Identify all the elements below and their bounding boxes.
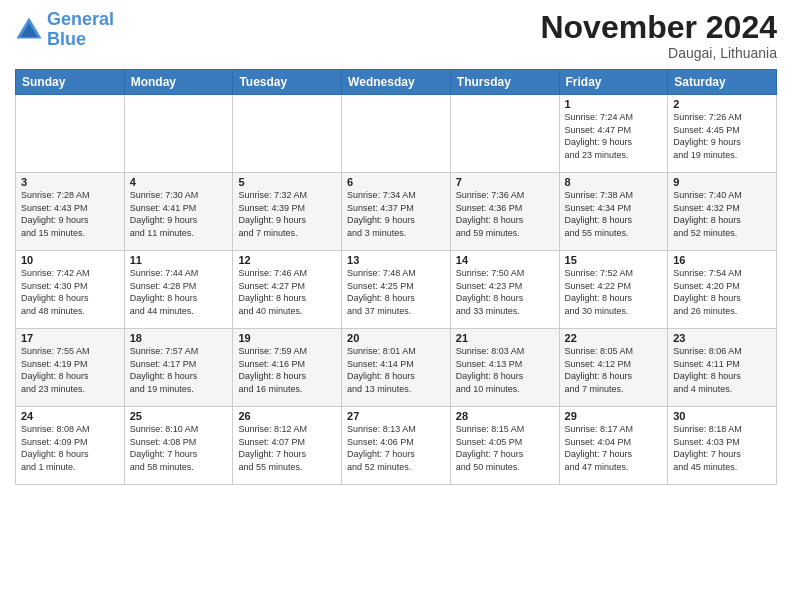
day-number: 14 (456, 254, 554, 266)
day-info: Sunrise: 8:18 AM Sunset: 4:03 PM Dayligh… (673, 423, 771, 473)
day-info: Sunrise: 7:48 AM Sunset: 4:25 PM Dayligh… (347, 267, 445, 317)
day-number: 28 (456, 410, 554, 422)
calendar-cell-28: 28Sunrise: 8:15 AM Sunset: 4:05 PM Dayli… (450, 407, 559, 485)
calendar-cell-17: 17Sunrise: 7:55 AM Sunset: 4:19 PM Dayli… (16, 329, 125, 407)
logo-text: General Blue (47, 10, 114, 50)
day-number: 17 (21, 332, 119, 344)
day-number: 1 (565, 98, 663, 110)
calendar-cell-23: 23Sunrise: 8:06 AM Sunset: 4:11 PM Dayli… (668, 329, 777, 407)
day-number: 18 (130, 332, 228, 344)
calendar-cell-30: 30Sunrise: 8:18 AM Sunset: 4:03 PM Dayli… (668, 407, 777, 485)
day-number: 7 (456, 176, 554, 188)
day-info: Sunrise: 7:40 AM Sunset: 4:32 PM Dayligh… (673, 189, 771, 239)
calendar-cell-4: 4Sunrise: 7:30 AM Sunset: 4:41 PM Daylig… (124, 173, 233, 251)
calendar-header-row: SundayMondayTuesdayWednesdayThursdayFrid… (16, 70, 777, 95)
day-info: Sunrise: 8:08 AM Sunset: 4:09 PM Dayligh… (21, 423, 119, 473)
day-number: 21 (456, 332, 554, 344)
calendar-week-2: 10Sunrise: 7:42 AM Sunset: 4:30 PM Dayli… (16, 251, 777, 329)
calendar-cell-11: 11Sunrise: 7:44 AM Sunset: 4:28 PM Dayli… (124, 251, 233, 329)
day-info: Sunrise: 7:30 AM Sunset: 4:41 PM Dayligh… (130, 189, 228, 239)
calendar-cell-21: 21Sunrise: 8:03 AM Sunset: 4:13 PM Dayli… (450, 329, 559, 407)
day-number: 30 (673, 410, 771, 422)
day-info: Sunrise: 7:28 AM Sunset: 4:43 PM Dayligh… (21, 189, 119, 239)
calendar-cell-25: 25Sunrise: 8:10 AM Sunset: 4:08 PM Dayli… (124, 407, 233, 485)
calendar-cell-22: 22Sunrise: 8:05 AM Sunset: 4:12 PM Dayli… (559, 329, 668, 407)
day-number: 9 (673, 176, 771, 188)
day-info: Sunrise: 8:03 AM Sunset: 4:13 PM Dayligh… (456, 345, 554, 395)
day-number: 10 (21, 254, 119, 266)
calendar-cell-29: 29Sunrise: 8:17 AM Sunset: 4:04 PM Dayli… (559, 407, 668, 485)
day-info: Sunrise: 7:59 AM Sunset: 4:16 PM Dayligh… (238, 345, 336, 395)
logo-general: General (47, 9, 114, 29)
day-info: Sunrise: 7:44 AM Sunset: 4:28 PM Dayligh… (130, 267, 228, 317)
day-info: Sunrise: 7:55 AM Sunset: 4:19 PM Dayligh… (21, 345, 119, 395)
logo: General Blue (15, 10, 114, 50)
day-number: 20 (347, 332, 445, 344)
calendar-cell-empty (450, 95, 559, 173)
day-number: 16 (673, 254, 771, 266)
calendar-cell-empty (124, 95, 233, 173)
day-info: Sunrise: 7:24 AM Sunset: 4:47 PM Dayligh… (565, 111, 663, 161)
day-info: Sunrise: 7:38 AM Sunset: 4:34 PM Dayligh… (565, 189, 663, 239)
title-block: November 2024 Daugai, Lithuania (540, 10, 777, 61)
weekday-header-friday: Friday (559, 70, 668, 95)
day-number: 5 (238, 176, 336, 188)
calendar-week-3: 17Sunrise: 7:55 AM Sunset: 4:19 PM Dayli… (16, 329, 777, 407)
day-number: 11 (130, 254, 228, 266)
day-info: Sunrise: 7:34 AM Sunset: 4:37 PM Dayligh… (347, 189, 445, 239)
calendar-cell-15: 15Sunrise: 7:52 AM Sunset: 4:22 PM Dayli… (559, 251, 668, 329)
calendar-cell-24: 24Sunrise: 8:08 AM Sunset: 4:09 PM Dayli… (16, 407, 125, 485)
page: General Blue November 2024 Daugai, Lithu… (0, 0, 792, 612)
day-info: Sunrise: 7:52 AM Sunset: 4:22 PM Dayligh… (565, 267, 663, 317)
day-number: 2 (673, 98, 771, 110)
day-number: 23 (673, 332, 771, 344)
day-info: Sunrise: 7:57 AM Sunset: 4:17 PM Dayligh… (130, 345, 228, 395)
calendar-cell-1: 1Sunrise: 7:24 AM Sunset: 4:47 PM Daylig… (559, 95, 668, 173)
calendar-cell-empty (233, 95, 342, 173)
calendar: SundayMondayTuesdayWednesdayThursdayFrid… (15, 69, 777, 485)
calendar-cell-empty (342, 95, 451, 173)
calendar-cell-10: 10Sunrise: 7:42 AM Sunset: 4:30 PM Dayli… (16, 251, 125, 329)
calendar-cell-6: 6Sunrise: 7:34 AM Sunset: 4:37 PM Daylig… (342, 173, 451, 251)
weekday-header-wednesday: Wednesday (342, 70, 451, 95)
location: Daugai, Lithuania (540, 45, 777, 61)
day-info: Sunrise: 8:13 AM Sunset: 4:06 PM Dayligh… (347, 423, 445, 473)
calendar-cell-20: 20Sunrise: 8:01 AM Sunset: 4:14 PM Dayli… (342, 329, 451, 407)
weekday-header-tuesday: Tuesday (233, 70, 342, 95)
day-number: 6 (347, 176, 445, 188)
day-info: Sunrise: 7:26 AM Sunset: 4:45 PM Dayligh… (673, 111, 771, 161)
day-info: Sunrise: 7:42 AM Sunset: 4:30 PM Dayligh… (21, 267, 119, 317)
calendar-cell-12: 12Sunrise: 7:46 AM Sunset: 4:27 PM Dayli… (233, 251, 342, 329)
day-number: 3 (21, 176, 119, 188)
day-info: Sunrise: 8:12 AM Sunset: 4:07 PM Dayligh… (238, 423, 336, 473)
calendar-cell-2: 2Sunrise: 7:26 AM Sunset: 4:45 PM Daylig… (668, 95, 777, 173)
calendar-cell-8: 8Sunrise: 7:38 AM Sunset: 4:34 PM Daylig… (559, 173, 668, 251)
calendar-cell-empty (16, 95, 125, 173)
day-number: 24 (21, 410, 119, 422)
day-info: Sunrise: 7:32 AM Sunset: 4:39 PM Dayligh… (238, 189, 336, 239)
calendar-week-1: 3Sunrise: 7:28 AM Sunset: 4:43 PM Daylig… (16, 173, 777, 251)
day-info: Sunrise: 8:15 AM Sunset: 4:05 PM Dayligh… (456, 423, 554, 473)
day-number: 25 (130, 410, 228, 422)
weekday-header-saturday: Saturday (668, 70, 777, 95)
calendar-cell-5: 5Sunrise: 7:32 AM Sunset: 4:39 PM Daylig… (233, 173, 342, 251)
day-info: Sunrise: 7:50 AM Sunset: 4:23 PM Dayligh… (456, 267, 554, 317)
weekday-header-monday: Monday (124, 70, 233, 95)
day-info: Sunrise: 8:05 AM Sunset: 4:12 PM Dayligh… (565, 345, 663, 395)
day-number: 26 (238, 410, 336, 422)
calendar-cell-14: 14Sunrise: 7:50 AM Sunset: 4:23 PM Dayli… (450, 251, 559, 329)
day-number: 22 (565, 332, 663, 344)
calendar-cell-27: 27Sunrise: 8:13 AM Sunset: 4:06 PM Dayli… (342, 407, 451, 485)
calendar-cell-26: 26Sunrise: 8:12 AM Sunset: 4:07 PM Dayli… (233, 407, 342, 485)
day-number: 13 (347, 254, 445, 266)
logo-blue: Blue (47, 29, 86, 49)
calendar-week-0: 1Sunrise: 7:24 AM Sunset: 4:47 PM Daylig… (16, 95, 777, 173)
weekday-header-sunday: Sunday (16, 70, 125, 95)
calendar-cell-7: 7Sunrise: 7:36 AM Sunset: 4:36 PM Daylig… (450, 173, 559, 251)
calendar-cell-13: 13Sunrise: 7:48 AM Sunset: 4:25 PM Dayli… (342, 251, 451, 329)
calendar-week-4: 24Sunrise: 8:08 AM Sunset: 4:09 PM Dayli… (16, 407, 777, 485)
day-number: 19 (238, 332, 336, 344)
weekday-header-thursday: Thursday (450, 70, 559, 95)
day-number: 12 (238, 254, 336, 266)
day-number: 27 (347, 410, 445, 422)
